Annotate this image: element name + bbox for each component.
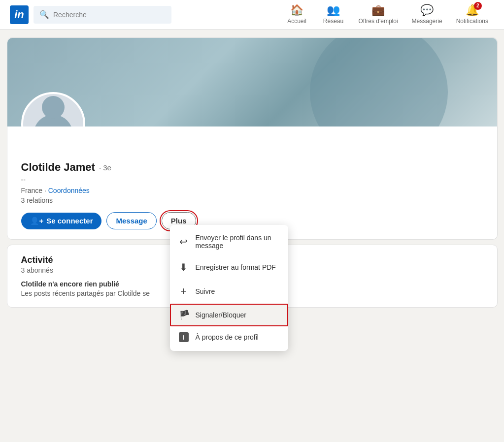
save-pdf-icon: ⬇ [179,261,189,273]
nav-item-reseau[interactable]: 👥 Réseau [316,0,350,30]
profile-name-text: Clotilde Jamet [21,161,95,174]
connect-icon: 👤+ [30,217,44,225]
profile-name: Clotilde Jamet · 3e [21,161,483,174]
info-icon: i [179,332,189,342]
linkedin-logo[interactable]: in [10,5,29,24]
cover-decoration [310,38,448,126]
dropdown-menu: ↩ Envoyer le profil dans un message ⬇ En… [170,225,288,351]
profile-subtitle: -- [21,176,483,184]
nav-item-notifications[interactable]: 🔔 2 Notifications [450,0,494,30]
dropdown-label-report-block: Signaler/Bloquer [196,311,247,319]
dropdown-item-report-block[interactable]: 🏴 Signaler/Bloquer [170,304,288,326]
notifications-badge: 2 [474,2,482,10]
dropdown-item-about-profile[interactable]: i À propos de ce profil [170,326,288,348]
follow-icon: + [179,285,189,298]
connect-button[interactable]: 👤+ Se connecter [21,213,102,229]
dropdown-item-follow[interactable]: + Suivre [170,279,288,304]
send-profile-icon: ↩ [179,236,189,248]
messaging-icon: 💬 [420,4,434,17]
nav-items: 🏠 Accueil 👥 Réseau 💼 Offres d'emploi 💬 M… [279,0,494,30]
home-icon: 🏠 [290,4,303,17]
profile-location: France · Coordonnées [21,187,483,194]
message-button[interactable]: Message [106,212,156,229]
dropdown-item-send-profile[interactable]: ↩ Envoyer le profil dans un message [170,228,288,255]
profile-info: Clotilde Jamet · 3e -- France · Coordonn… [7,126,497,239]
profile-location-link[interactable]: Coordonnées [48,187,90,194]
profile-cover [7,38,497,126]
nav-item-offres[interactable]: 💼 Offres d'emploi [352,0,403,30]
nav-label-accueil: Accueil [287,18,306,25]
profile-card: Clotilde Jamet · 3e -- France · Coordonn… [7,37,498,240]
nav-label-messagerie: Messagerie [412,18,442,25]
nav-label-offres: Offres d'emploi [358,18,398,25]
jobs-icon: 💼 [371,4,385,17]
search-input[interactable] [53,11,166,19]
avatar [21,92,85,126]
search-bar[interactable]: 🔍 [34,6,171,24]
nav-item-accueil[interactable]: 🏠 Accueil [279,0,314,30]
dropdown-label-about-profile: À propos de ce profil [196,333,259,341]
network-icon: 👥 [327,4,340,17]
nav-label-reseau: Réseau [323,18,343,25]
main-content: Clotilde Jamet · 3e -- France · Coordonn… [1,37,504,308]
avatar-head [42,96,65,119]
navbar: in 🔍 🏠 Accueil 👥 Réseau 💼 Offres d'emplo… [0,0,504,30]
flag-icon: 🏴 [179,310,189,320]
nav-item-messagerie[interactable]: 💬 Messagerie [406,0,448,30]
dropdown-item-save-pdf[interactable]: ⬇ Enregistrer au format PDF [170,255,288,279]
dropdown-label-save-pdf: Enregistrer au format PDF [196,263,276,271]
profile-degree: · 3e [99,163,111,172]
notifications-icon: 🔔 2 [466,4,479,17]
nav-label-notifications: Notifications [456,18,488,25]
avatar-wrap [21,92,85,126]
avatar-body [34,115,73,126]
dropdown-label-follow: Suivre [196,287,215,295]
search-icon: 🔍 [39,10,49,19]
profile-connections: 3 relations [21,196,483,204]
dropdown-label-send-profile: Envoyer le profil dans un message [196,234,279,250]
